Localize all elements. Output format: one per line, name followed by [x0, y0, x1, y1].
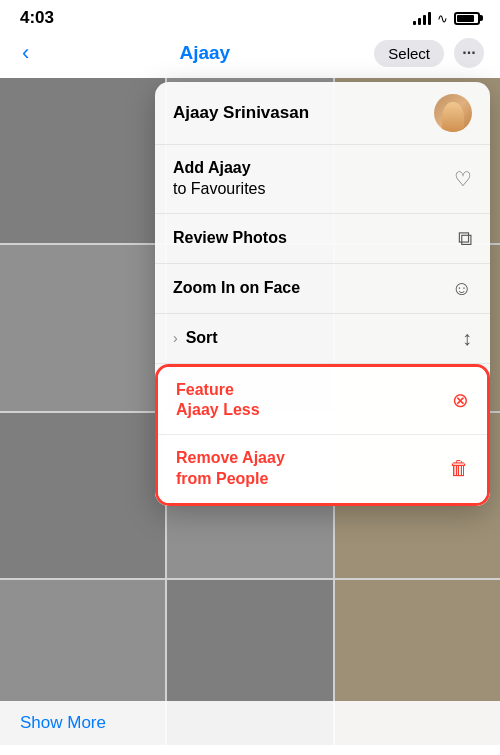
context-menu: Ajaay Srinivasan Add Ajaayto Favourites … [155, 82, 490, 506]
more-button[interactable]: ··· [454, 38, 484, 68]
person-avatar [434, 94, 472, 132]
status-time: 4:03 [20, 8, 54, 28]
sort-icon: ↕ [462, 327, 472, 350]
status-icons: ∿ [413, 11, 480, 26]
battery-icon [454, 12, 480, 25]
menu-item-text: FeatureAjaay Less [176, 380, 260, 422]
face-icon: ☺ [452, 277, 472, 300]
remove-icon: 🗑 [449, 457, 469, 480]
show-more-button[interactable]: Show More [20, 713, 106, 733]
menu-item-zoom-face[interactable]: Zoom In on Face ☺ [155, 264, 490, 314]
chevron-right-icon: › [173, 329, 178, 347]
menu-item-text: Zoom In on Face [173, 278, 300, 299]
menu-item-feature-less[interactable]: FeatureAjaay Less ⊗ [158, 367, 487, 436]
feature-less-icon: ⊗ [452, 388, 469, 412]
back-button[interactable]: ‹ [16, 40, 35, 66]
wifi-icon: ∿ [437, 11, 448, 26]
menu-person-row[interactable]: Ajaay Srinivasan [155, 82, 490, 145]
signal-icon [413, 11, 431, 25]
menu-item-remove-people[interactable]: Remove Ajaayfrom People 🗑 [158, 435, 487, 503]
nav-bar: ‹ Ajaay Select ··· [0, 32, 500, 78]
red-section: FeatureAjaay Less ⊗ Remove Ajaayfrom Peo… [155, 364, 490, 506]
menu-item-sort[interactable]: › Sort ↕ [155, 314, 490, 364]
person-name: Ajaay Srinivasan [173, 103, 309, 123]
page-title: Ajaay [179, 42, 230, 64]
menu-item-text: Remove Ajaayfrom People [176, 448, 285, 490]
select-button[interactable]: Select [374, 40, 444, 67]
review-icon: ⧉ [458, 227, 472, 250]
menu-item-add-favourites[interactable]: Add Ajaayto Favourites ♡ [155, 145, 490, 214]
menu-item-text: Add Ajaayto Favourites [173, 158, 265, 200]
status-bar: 4:03 ∿ [0, 0, 500, 32]
menu-item-review-photos[interactable]: Review Photos ⧉ [155, 214, 490, 264]
nav-right-actions: Select ··· [374, 38, 484, 68]
menu-item-text: Review Photos [173, 228, 287, 249]
main-area: Ajaay Srinivasan Add Ajaayto Favourites … [0, 78, 500, 745]
show-more-bar: Show More [0, 701, 500, 745]
heart-icon: ♡ [454, 167, 472, 191]
menu-item-text: › Sort [173, 328, 218, 349]
